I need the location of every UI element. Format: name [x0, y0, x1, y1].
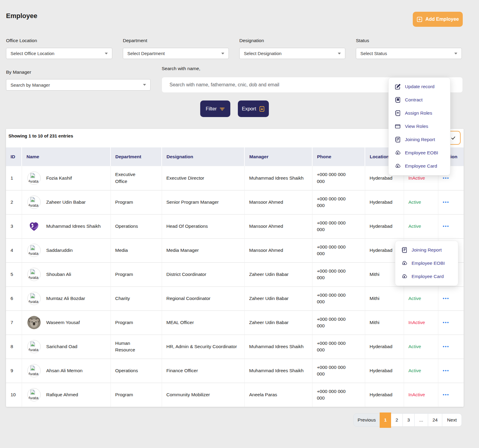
pagination-page-...[interactable]: ... [414, 413, 428, 427]
cell-department: Operations [115, 223, 147, 230]
table-row: 9AvataAhsan Ali MemonOperationsFinance O… [6, 359, 464, 383]
export-button[interactable]: Export [238, 100, 269, 117]
cell-designation: Head Of Operations [162, 214, 244, 238]
row-actions-ellipsis-button[interactable]: ••• [443, 368, 449, 373]
status-label: Status [356, 38, 369, 43]
column-header-phone: Phone [312, 147, 365, 166]
row-actions-ellipsis-button[interactable]: ••• [443, 175, 449, 181]
filter-button-label: Filter [206, 106, 217, 112]
pagination-next[interactable]: Next [442, 413, 462, 427]
avatar-alt-text: Avata [28, 202, 39, 209]
avatar-alt-text: Avata [28, 299, 39, 305]
edit-icon [395, 84, 401, 90]
broken-image-avatar: Avata [27, 388, 41, 401]
cloud-download-icon [401, 273, 407, 280]
status-badge: Active [409, 296, 421, 301]
cell-id: 6 [6, 286, 22, 311]
cell-designation: Media Manager [162, 238, 244, 262]
cell-phone: +000 000 000 000 [317, 364, 354, 378]
caret-down-icon [143, 84, 146, 86]
by-manager-select[interactable]: Search by Manager [6, 79, 151, 91]
office-location-select[interactable]: Select Office Location [6, 48, 112, 59]
row-actions-ellipsis-button[interactable]: ••• [443, 392, 449, 397]
menu-item-joining-report[interactable]: Joining Report [389, 133, 450, 146]
cell-designation: Regional Coordinator [162, 286, 244, 311]
avatar-alt-text: Avata [28, 347, 39, 353]
menu-item-update-record[interactable]: Update record [389, 80, 450, 93]
broken-image-avatar: Avata [27, 292, 41, 305]
download-box-icon [259, 106, 265, 112]
pagination-page-3[interactable]: 3 [403, 413, 415, 427]
cell-employee-name: Ahsan Ali Memon [46, 367, 106, 374]
cell-manager: Zaheer Udin Babar [244, 286, 312, 311]
menu-item-employee-card[interactable]: Employee Card [395, 270, 458, 283]
menu-item-contract[interactable]: Contract [389, 93, 450, 107]
menu-item-employee-eobi[interactable]: Employee EOBI [389, 146, 450, 159]
status-badge: Active [409, 344, 421, 349]
avatar-alt-text: Avata [28, 395, 39, 401]
cell-id: 7 [6, 311, 22, 335]
cell-department: Executive Office [115, 171, 147, 185]
menu-item-joining-report[interactable]: Joining Report [395, 243, 458, 257]
menu-item-employee-eobi[interactable]: Employee EOBI [395, 257, 458, 270]
row-actions-ellipsis-button[interactable]: ••• [443, 199, 449, 205]
cell-location: Mithi [365, 311, 404, 335]
designation-select[interactable]: Select Designation [239, 48, 345, 59]
cell-manager: Mansoor Ahmed [244, 190, 312, 214]
designation-select-value: Select Designation [244, 51, 281, 56]
designation-label: Designation [239, 38, 264, 43]
status-badge: Active [409, 368, 421, 373]
menu-item-label: View Roles [405, 124, 428, 129]
filter-button[interactable]: Filter [200, 100, 230, 117]
office-location-select-value: Select Office Location [11, 51, 54, 56]
add-employee-button[interactable]: Add Employee [413, 12, 463, 27]
cell-department: Program [115, 271, 147, 278]
cell-location: Mithi [365, 286, 404, 311]
cell-manager: Muhammad Idrees Shaikh [244, 166, 312, 190]
row-actions-ellipsis-button[interactable]: ••• [443, 296, 449, 301]
cell-phone: +000 000 000 000 [317, 388, 354, 402]
menu-item-view-roles[interactable]: View Roles [389, 120, 450, 133]
menu-item-label: Employee Card [412, 274, 444, 279]
cell-location: Hyderabad [365, 190, 404, 214]
department-label: Department [123, 38, 147, 43]
pagination-page-2[interactable]: 2 [391, 413, 403, 427]
cloud-download-icon [395, 150, 401, 156]
journal-plus-icon [395, 110, 401, 116]
cell-department: Program [115, 391, 147, 398]
status-select[interactable]: Select Status [356, 48, 462, 59]
menu-item-assign-roles[interactable]: Assign Roles [389, 107, 450, 120]
cell-id: 4 [6, 238, 22, 262]
row-actions-ellipsis-button[interactable]: ••• [443, 320, 449, 325]
cell-id: 5 [6, 262, 22, 286]
table-row: 6AvataMumtaz Ali BozdarCharityRegional C… [6, 286, 464, 311]
status-badge: InActive [409, 320, 425, 325]
row-actions-ellipsis-button[interactable]: ••• [443, 344, 449, 349]
avatar-alt-text: Avata [28, 251, 39, 257]
cell-designation: District Coordinator [162, 262, 244, 286]
pagination-page-24[interactable]: 24 [428, 413, 442, 427]
pagination-previous[interactable]: Previous [353, 413, 380, 427]
by-manager-select-value: Search by Manager [11, 82, 50, 88]
column-header-manager: Manager [244, 147, 312, 166]
menu-item-label: Employee Card [405, 163, 437, 169]
cell-employee-name: Muhammad Idrees Shaikh [46, 223, 106, 230]
cell-designation: Finance Officer [162, 359, 244, 383]
broken-image-avatar: Avata [27, 364, 41, 377]
by-manager-label: By Manager [6, 70, 31, 75]
cell-phone: +000 000 000 000 [317, 196, 354, 209]
department-select[interactable]: Select Department [123, 48, 229, 59]
cell-department: Media [115, 247, 147, 254]
cell-id: 10 [6, 383, 22, 407]
pagination-page-1[interactable]: 1 [380, 412, 391, 428]
cell-phone: +000 000 000 000 [317, 220, 354, 233]
cell-designation: MEAL Officer [162, 311, 244, 335]
cell-employee-name: Shouban Ali [46, 271, 106, 278]
menu-item-employee-card[interactable]: Employee Card [389, 159, 450, 173]
row-actions-ellipsis-button[interactable]: ••• [443, 224, 449, 229]
table-row: 8AvataSarichand OadHuman ResourceHR, Adm… [6, 335, 464, 359]
department-select-value: Select Department [127, 51, 165, 56]
column-header-designation: Designation [162, 147, 244, 166]
cell-employee-name: Zaheer Udin Babar [46, 199, 106, 205]
avatar-alt-text: Avata [28, 178, 39, 184]
